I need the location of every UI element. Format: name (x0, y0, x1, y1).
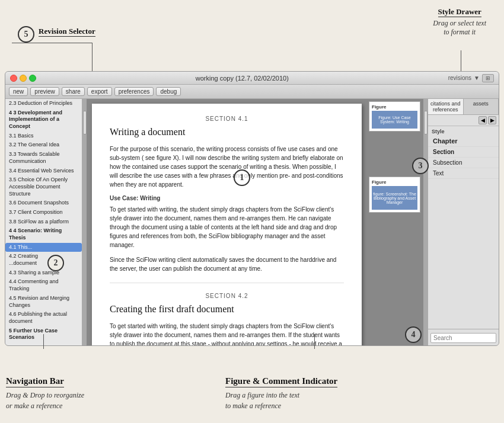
section-body-4: To get started with writing, the student… (110, 322, 344, 345)
scrollbar-thumb[interactable] (83, 111, 87, 134)
search-bar (428, 329, 499, 345)
sidebar-item-10[interactable]: 4 4 Scenario: WritingThesis (5, 226, 82, 242)
figure-connector (314, 334, 315, 349)
style-drawer-desc: Drag or select textto format it (433, 19, 486, 37)
close-button[interactable] (10, 75, 17, 82)
title-bar: working copy (12.7, 02/02/2010) revision… (5, 72, 499, 85)
drawer-tabs: citations and references assets (428, 99, 499, 115)
section-label-2: SECTION 4.2 (110, 293, 344, 299)
sidebar-item-0[interactable]: 2.3 Deduction of Principles (5, 99, 82, 108)
badge-2: 2 (47, 255, 64, 271)
window-controls (10, 75, 36, 82)
window-resize[interactable]: ⊞ (482, 74, 494, 82)
figure-preview-1: Figure: Use Case System: Writing (372, 111, 417, 129)
content-area: 2.3 Deduction of Principles 4 3 Developm… (5, 99, 499, 345)
badge-5: 5 (18, 26, 34, 43)
section-label-1: SECTION 4.1 (110, 116, 344, 122)
section-body-2: To get started with writing, the student… (110, 205, 344, 249)
badge-4: 4 (405, 326, 422, 343)
badge-1: 1 (234, 169, 250, 186)
nav-connector (43, 334, 44, 349)
revision-line (12, 43, 92, 43)
status-bar: help works & authenticated (5, 345, 499, 346)
figures-panel: 4 Figure Figure: Use Case System: Writin… (366, 99, 423, 345)
sidebar-item-9[interactable]: 3.8 SciFlow as a platform (5, 217, 82, 227)
doc-scrollbar[interactable] (82, 99, 87, 345)
sidebar[interactable]: 2.3 Deduction of Principles 4 3 Developm… (5, 99, 82, 345)
badge-3: 3 (412, 158, 429, 174)
sidebar-item-7[interactable]: 3.6 Document Snapshots (5, 198, 82, 208)
sidebar-item-4[interactable]: 3.3 Towards ScalableCommunication (5, 150, 82, 166)
drawer-nav-forward[interactable]: ▶ (488, 116, 496, 124)
style-item-subsection[interactable]: Subsection (428, 158, 499, 168)
drawer-nav: ◀ ▶ (428, 115, 499, 126)
figure-comment-annotation: Figure & Comment Indicator Drag a figure… (225, 376, 337, 411)
style-item-chapter[interactable]: Chapter (428, 136, 499, 147)
sidebar-item-12[interactable]: 4.2 Creating...document (5, 252, 82, 268)
sidebar-item-3[interactable]: 3.2 The General Idea (5, 140, 82, 150)
preferences-button[interactable]: preferences (114, 87, 154, 96)
bottom-annotations: Navigation Bar Drag & Drop to reorganize… (0, 347, 504, 423)
figure-comment-label: Figure & Comment Indicator (225, 376, 337, 387)
figure-card-1: Figure Figure: Use Case System: Writing (369, 101, 420, 132)
revision-selector-annotation: Revision Selector (39, 27, 95, 36)
nav-bar-label: Navigation Bar (6, 376, 64, 387)
sidebar-item-8[interactable]: 3.7 Client Composition (5, 208, 82, 217)
drawer-tab-assets[interactable]: assets (464, 99, 499, 114)
sidebar-item-11[interactable]: 4.1 This... (5, 243, 82, 252)
maximize-button[interactable] (29, 75, 36, 82)
revisions-label: revisions ▼ ⊞ (448, 74, 494, 82)
badge-1-container: 1 (234, 169, 250, 186)
right-scrollbar-thumb[interactable] (424, 111, 428, 134)
sidebar-item-14[interactable]: 4.4 Commenting and Tracking (5, 277, 82, 293)
toolbar: new preview share export preferences deb… (5, 85, 499, 99)
debug-button[interactable]: debug (156, 87, 181, 96)
section-title-2: Creating the first draft document (110, 304, 344, 315)
section-body-1: For the purpose of this scenario, the wr… (110, 145, 344, 189)
style-drawer: 3 citations and references assets ◀ ▶ St… (428, 99, 499, 345)
export-button[interactable]: export (87, 87, 112, 96)
minimize-button[interactable] (20, 75, 27, 82)
document-area[interactable]: 1 SECTION 4.1 Writing a document For the… (87, 99, 366, 345)
drawer-tab-citations[interactable]: citations and references (428, 99, 464, 114)
preview-button[interactable]: preview (30, 87, 59, 96)
window-title: working copy (12.7, 02/02/2010) (40, 75, 445, 82)
nav-bar-annotation: Navigation Bar Drag & Drop to reorganize… (6, 376, 84, 411)
section-title-1: Writing a document (110, 127, 344, 137)
style-item-section[interactable]: Section (428, 147, 499, 158)
sidebar-item-2[interactable]: 3.1 Basics (5, 132, 82, 141)
document-page: SECTION 4.1 Writing a document For the p… (92, 104, 362, 345)
section-divider (110, 283, 344, 283)
drawer-nav-back[interactable]: ◀ (479, 116, 487, 124)
figure-card-2: Figure figure: Screenshot: The Bibliogra… (369, 177, 420, 213)
style-drawer-annotation: Style Drawer Drag or select textto forma… (433, 7, 486, 37)
search-input[interactable] (430, 333, 496, 343)
style-item-text[interactable]: Text (428, 168, 499, 179)
share-button[interactable]: share (62, 87, 85, 96)
new-button[interactable]: new (9, 87, 28, 96)
figure-preview-2: figure: Screenshot: The Bibliography and… (372, 186, 417, 210)
style-list-header: Style (428, 126, 499, 136)
sidebar-item-1[interactable]: 4 3 Development andImplementation of aCo… (5, 108, 82, 132)
sidebar-item-16[interactable]: 4.6 Publishing the actualdocument (5, 310, 82, 326)
sidebar-item-15[interactable]: 4.5 Revision and MergingChanges (5, 294, 82, 310)
sidebar-item-6[interactable]: 3.5 Choice Of An OpenlyAccessible Docume… (5, 175, 82, 198)
right-scrollbar[interactable] (423, 99, 428, 345)
revision-connector (92, 43, 92, 73)
use-case-title: Use Case: Writing (110, 195, 344, 201)
app-window: working copy (12.7, 02/02/2010) revision… (5, 71, 499, 346)
figure-comment-desc: Drag a figure into the textto make a ref… (225, 390, 337, 411)
sidebar-item-5[interactable]: 3.4 Essential Web Services (5, 166, 82, 176)
sidebar-item-13[interactable]: 4.3 Sharing a sample (5, 268, 82, 278)
document-figures-wrapper: 1 SECTION 4.1 Writing a document For the… (82, 99, 428, 345)
nav-bar-desc: Drag & Drop to reorganizeor make a refer… (6, 390, 84, 411)
section-body-3: Since the SciFlow writing client automat… (110, 255, 344, 273)
